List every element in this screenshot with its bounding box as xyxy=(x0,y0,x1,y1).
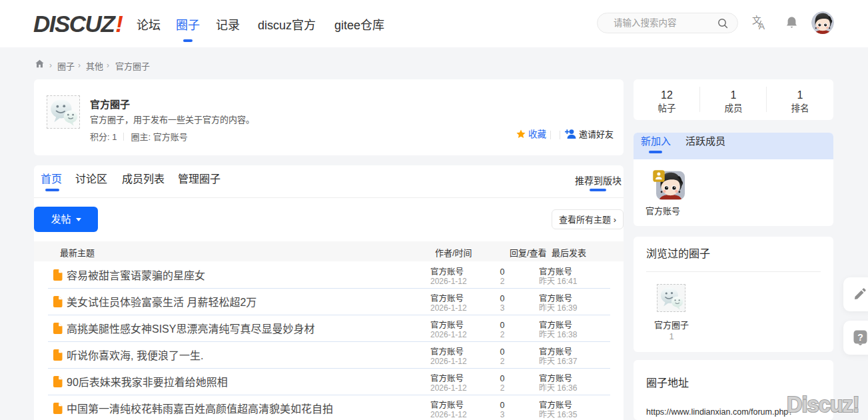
svg-text:A: A xyxy=(759,21,765,30)
svg-text:?: ? xyxy=(857,332,863,343)
svg-text:Discuz!: Discuz! xyxy=(787,393,859,417)
